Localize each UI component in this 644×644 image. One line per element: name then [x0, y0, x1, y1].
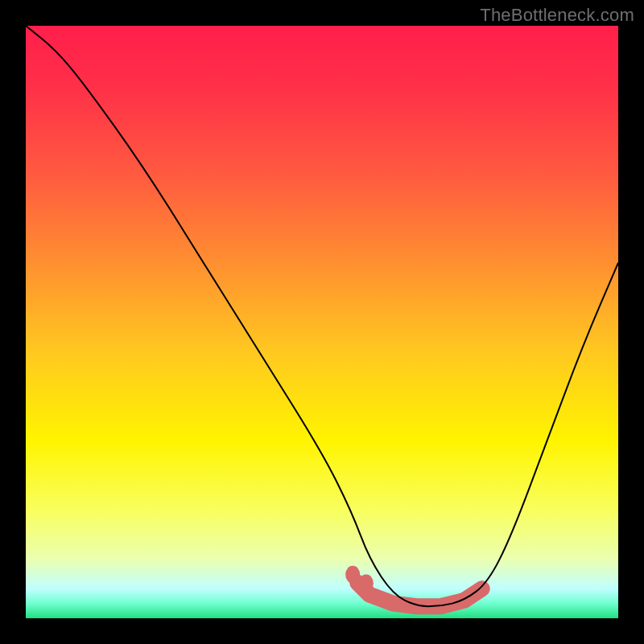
- gradient-rect: [26, 26, 618, 618]
- chart-frame: TheBottleneck.com: [0, 0, 644, 644]
- optimal-blob-dot: [345, 566, 360, 584]
- optimal-blob-dot: [359, 575, 374, 592]
- plot-area: [26, 26, 618, 618]
- chart-svg: [26, 26, 618, 618]
- watermark-text: TheBottleneck.com: [480, 5, 634, 26]
